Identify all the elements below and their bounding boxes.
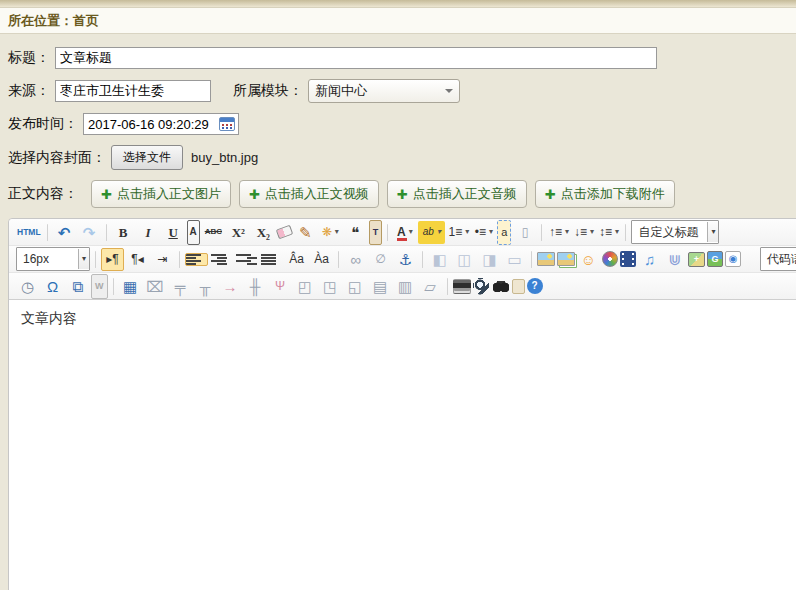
plus-icon: ✚: [249, 188, 260, 201]
text-to-table-button: ╤: [169, 275, 192, 298]
image-block-button: ▭: [503, 248, 526, 271]
average-cols-button: ▥: [394, 275, 417, 298]
undo-button[interactable]: ↶: [53, 221, 76, 244]
remove-format-eraser-icon[interactable]: [276, 225, 294, 240]
insert-music-button[interactable]: ♫: [638, 248, 661, 271]
source-module-row: 来源： 所属模块： 新闻中心: [8, 79, 788, 103]
custom-title-select[interactable]: 自定义标题: [631, 220, 719, 244]
paste-as-text-button[interactable]: T: [369, 220, 383, 245]
italic-button[interactable]: I: [137, 221, 160, 244]
toolbar-separator: [95, 251, 96, 268]
cover-filename: buy_btn.jpg: [191, 150, 258, 165]
insert-title-button: ◱: [344, 275, 367, 298]
insert-button-label: 点击插入正文图片: [117, 185, 221, 203]
blank-doc-button: ▯: [513, 221, 536, 244]
superscript-button[interactable]: X²: [227, 221, 250, 244]
insert-button-label: 点击插入正文视频: [265, 185, 369, 203]
emotion-button[interactable]: ☺: [577, 248, 600, 271]
insert-video-button[interactable]: [620, 251, 636, 267]
merge-cells-button: ◰: [294, 275, 317, 298]
insert-time-button[interactable]: ◷: [16, 275, 39, 298]
toolbar-separator: [113, 278, 114, 295]
ltr-button[interactable]: ▸¶: [101, 248, 124, 271]
breadcrumb-home-link[interactable]: 首页: [73, 13, 99, 28]
highlight-color-button[interactable]: ab: [418, 221, 445, 244]
format-painter-button[interactable]: ✎: [294, 221, 317, 244]
editor-content[interactable]: 文章内容: [9, 300, 796, 590]
insert-body-audio-button[interactable]: ✚点击插入正文音频: [387, 180, 527, 208]
body-content-label: 正文内容：: [8, 185, 78, 203]
unordered-list-button[interactable]: •≡: [472, 221, 495, 244]
paste-button: [512, 279, 525, 294]
html-source-button[interactable]: HTML: [16, 221, 42, 244]
toolbar-separator: [179, 251, 180, 268]
font-size-select[interactable]: 16px: [16, 247, 90, 271]
redo-button: ↷: [78, 221, 101, 244]
insert-table-button[interactable]: ▦: [119, 275, 142, 298]
print-button[interactable]: [453, 279, 471, 294]
article-form: 标题： 来源： 所属模块： 新闻中心 发布时间： 选择内容封面： 选择文件 bu…: [0, 34, 796, 208]
strikethrough-button[interactable]: ABC: [202, 221, 225, 244]
paragraph-space-top-button[interactable]: ↑≡: [547, 221, 570, 244]
rich-text-editor: HTML↶↷BIUAABCX²X₂✎❋❝TAab1≡•≡a▯↑≡↓≡↕≡自定义标…: [8, 218, 796, 590]
align-center-button[interactable]: [210, 253, 233, 266]
insert-image-button[interactable]: [537, 252, 555, 266]
word-image-button: W: [91, 274, 108, 299]
choose-file-button[interactable]: 选择文件: [111, 145, 183, 170]
insert-body-video-button[interactable]: ✚点击插入正文视频: [239, 180, 379, 208]
publish-time-input[interactable]: [83, 113, 239, 135]
rtl-button[interactable]: ¶◂: [126, 248, 149, 271]
toolbar-row-2: 16px▸¶¶◂⇥ÂaÀa∞∅⚓◧◫◨▭☺♫⋓+G◉代码语言: [9, 246, 796, 273]
char-a-template-button[interactable]: a: [497, 220, 511, 245]
google-map-button[interactable]: G: [707, 251, 723, 267]
line-height-button[interactable]: ↕≡: [597, 221, 620, 244]
title-input[interactable]: [55, 47, 657, 69]
publish-time-label: 发布时间：: [8, 115, 78, 133]
insert-row-button: ╥: [194, 275, 217, 298]
image-float-right-button: ◨: [478, 248, 501, 271]
average-rows-button: ▤: [369, 275, 392, 298]
cover-label: 选择内容封面：: [8, 149, 106, 167]
source-input[interactable]: [55, 80, 211, 102]
add-download-attachment-button[interactable]: ✚点击添加下载附件: [535, 180, 675, 208]
delete-table-button: ⌧: [144, 275, 167, 298]
to-uppercase-button[interactable]: Âa: [285, 248, 308, 271]
font-color-button[interactable]: A: [393, 221, 416, 244]
toolbar-separator: [338, 251, 339, 268]
insert-button-group: ✚点击插入正文图片✚点击插入正文视频✚点击插入正文音频✚点击添加下载附件: [91, 180, 675, 208]
preview-button[interactable]: [473, 278, 490, 295]
blockquote-button[interactable]: ❝: [344, 221, 367, 244]
align-left-button[interactable]: [185, 253, 208, 266]
module-select-value: 新闻中心: [315, 82, 367, 100]
scrawl-button[interactable]: [602, 251, 618, 267]
paragraph-space-bottom-button[interactable]: ↓≡: [572, 221, 595, 244]
code-language-select[interactable]: 代码语言: [760, 247, 796, 271]
anchor-button[interactable]: ⚓: [394, 248, 417, 271]
to-lowercase-button[interactable]: Àa: [310, 248, 333, 271]
help-button[interactable]: ?: [527, 278, 543, 294]
image-inline-button: ◫: [453, 248, 476, 271]
align-justify-button[interactable]: [260, 253, 283, 266]
plus-icon: ✚: [101, 188, 112, 201]
insert-body-image-button[interactable]: ✚点击插入正文图片: [91, 180, 231, 208]
attachment-button[interactable]: ⋓: [663, 248, 686, 271]
special-char-button[interactable]: Ω: [41, 275, 64, 298]
ordered-list-button[interactable]: 1≡: [447, 221, 470, 244]
auto-typeset-button[interactable]: ❋: [319, 221, 342, 244]
image-manager-button[interactable]: [557, 252, 575, 266]
screenshot-map-button[interactable]: +: [688, 252, 705, 267]
bold-button[interactable]: B: [112, 221, 135, 244]
chart-button: ▱: [419, 275, 442, 298]
align-right-button[interactable]: [235, 253, 258, 266]
underline-button[interactable]: U: [162, 221, 185, 244]
chevron-down-icon: [445, 89, 453, 97]
subscript-button[interactable]: X₂: [252, 221, 275, 244]
insert-iframe-button[interactable]: ◉: [725, 251, 741, 267]
save-remote-image-button[interactable]: ⧉: [66, 275, 89, 298]
first-line-indent-button[interactable]: ⇥: [151, 248, 174, 271]
find-replace-button[interactable]: [492, 279, 510, 293]
insert-caption-button: ◳: [319, 275, 342, 298]
module-select[interactable]: 新闻中心: [308, 79, 460, 103]
char-border-button[interactable]: A: [187, 220, 200, 245]
calendar-icon[interactable]: [219, 117, 235, 131]
